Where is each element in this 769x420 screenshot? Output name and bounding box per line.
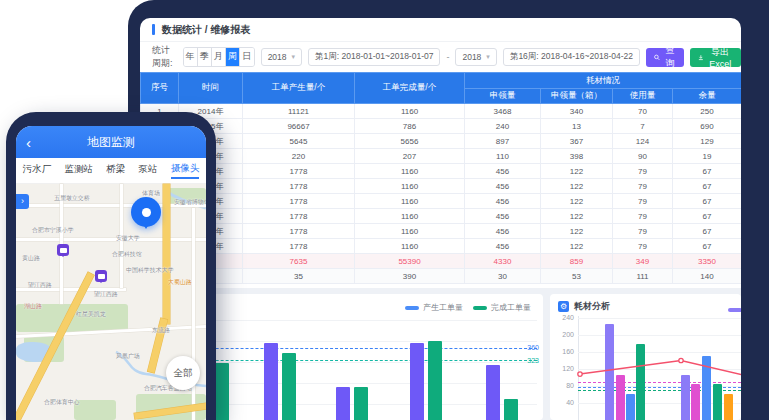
table-row: 52018年177811604561227967 <box>141 164 742 179</box>
table-cell: 456 <box>465 194 541 209</box>
map-road <box>192 208 195 420</box>
col-header-seq: 序号 <box>141 73 179 104</box>
table-cell: 897 <box>465 134 541 149</box>
table-row: 12014年111211160346834070250 <box>141 104 742 119</box>
col-header-consumables-group: 耗材情况 <box>465 73 742 89</box>
map-all-button[interactable]: 全部 <box>166 356 200 390</box>
table-row: 72020年177811604561227967 <box>141 194 742 209</box>
table-cell: 110 <box>465 149 541 164</box>
table-cell: 690 <box>673 119 742 134</box>
phone-header: ‹ 地图监测 <box>16 126 206 158</box>
range-start-value: 第1周: 2018-01-01~2018-01-07 <box>315 51 433 63</box>
map-view[interactable]: › 全部 五里墩立交桥体育场安徽省博物馆合肥市宁溪小学安徽大学合肥科技馆黄山路中… <box>16 184 206 420</box>
table-row: 92022年177811604561227967 <box>141 224 742 239</box>
table-row: 102023年177811604561227967 <box>141 239 742 254</box>
export-excel-button[interactable]: 导出Excel <box>690 48 741 67</box>
camera-marker[interactable] <box>95 270 107 282</box>
year-end-value: 2018 <box>462 52 481 62</box>
table-cell: 3350 <box>673 254 742 269</box>
table-cell: 5656 <box>355 134 465 149</box>
chart-bar <box>428 341 442 420</box>
chart-bar <box>215 363 229 420</box>
range-end-input[interactable]: 第16周: 2018-04-16~2018-04-22 <box>503 48 640 66</box>
table-cell: 55390 <box>355 254 465 269</box>
phone-tab[interactable]: 污水厂 <box>23 163 52 178</box>
report-table-head: 序号 时间 工单产生量/个 工单完成量/个 耗材情况 申领量 申领量（箱） 使用… <box>141 73 742 104</box>
phone-tab[interactable]: 监测站 <box>64 163 93 178</box>
map-label: 凤凰广场 <box>116 352 140 361</box>
phone-screen: ‹ 地图监测 污水厂监测站桥梁泵站摄像头 <box>16 126 206 420</box>
table-cell: 456 <box>465 224 541 239</box>
table-cell: 30 <box>465 269 541 284</box>
query-button-label: 查询 <box>664 44 676 70</box>
chart-bar <box>264 343 278 420</box>
table-cell: 7635 <box>243 254 355 269</box>
col-header-sub-2: 使用量 <box>613 89 673 104</box>
phone-tab[interactable]: 摄像头 <box>171 162 200 179</box>
table-cell: 786 <box>355 119 465 134</box>
table-cell: 90 <box>613 149 673 164</box>
period-option[interactable]: 月 <box>212 48 226 66</box>
legend-swatch-completed <box>473 306 487 310</box>
chart-bar <box>336 387 350 420</box>
map-label: 望江西路 <box>28 281 52 290</box>
year-end-select[interactable]: 2018 ▾ <box>455 48 496 66</box>
chart-bar <box>410 343 424 420</box>
table-cell: 129 <box>673 134 742 149</box>
table-cell: 122 <box>541 209 613 224</box>
col-header-created: 工单产生量/个 <box>243 73 355 104</box>
table-cell: 240 <box>465 119 541 134</box>
legend-label-created: 产生工单量 <box>423 302 463 313</box>
table-cell: 122 <box>541 164 613 179</box>
map-label: 望江西路 <box>94 290 118 299</box>
table-cell: 1778 <box>243 164 355 179</box>
table-cell: 7 <box>613 119 673 134</box>
period-option[interactable]: 日 <box>240 48 254 66</box>
ref-label-323: 323 <box>527 357 539 364</box>
legend-item-completed[interactable]: 完成工单量 <box>473 302 531 313</box>
col-header-completed: 工单完成量/个 <box>355 73 465 104</box>
table-cell: 349 <box>613 254 673 269</box>
table-cell: 122 <box>541 194 613 209</box>
phone-tab[interactable]: 泵站 <box>139 163 158 178</box>
map-expand-button[interactable]: › <box>16 194 29 209</box>
table-cell: 122 <box>541 179 613 194</box>
table-cell: 1160 <box>355 224 465 239</box>
consumables-chart-card: ⚙ 耗材分析 申领量 2402001601208040 <box>550 294 741 420</box>
selected-camera-pin[interactable] <box>131 197 161 227</box>
table-cell: 367 <box>541 134 613 149</box>
map-label: 黄山路 <box>22 254 40 263</box>
screenshot-stage: 数据统计 / 维修报表 统计周期: 年季月周日 2018 ▾ 第1周: 2018… <box>0 0 769 420</box>
table-cell: 1778 <box>243 194 355 209</box>
legend-label-completed: 完成工单量 <box>491 302 531 313</box>
table-cell: 1160 <box>355 194 465 209</box>
map-main-road <box>163 184 170 324</box>
table-cell: 250 <box>673 104 742 119</box>
table-row: 42017年2202071103989019 <box>141 149 742 164</box>
table-cell: 456 <box>465 164 541 179</box>
phone-tab[interactable]: 桥梁 <box>106 163 125 178</box>
table-cell: 1778 <box>243 209 355 224</box>
table-cell: 35 <box>243 269 355 284</box>
table-cell: 207 <box>355 149 465 164</box>
period-option[interactable]: 季 <box>198 48 212 66</box>
camera-marker[interactable] <box>57 244 69 256</box>
legend-item-created[interactable]: 产生工单量 <box>405 302 463 313</box>
table-cell: 79 <box>613 164 673 179</box>
chart-bar <box>354 387 368 420</box>
chart-bar <box>504 399 518 420</box>
charts-section: 产生工单量 完成工单量 360 323 ⚙ 耗材分析 <box>140 288 741 420</box>
map-label: 东流路 <box>152 326 170 335</box>
workorder-chart-legend: 产生工单量 完成工单量 <box>405 302 531 313</box>
year-start-select[interactable]: 2018 ▾ <box>261 48 302 66</box>
report-table-body: 12014年11121116034683407025022015年9666778… <box>141 104 742 284</box>
col-header-sub-1: 申领量（箱） <box>541 89 613 104</box>
range-start-input[interactable]: 第1周: 2018-01-01~2018-01-07 <box>308 48 440 66</box>
period-option[interactable]: 年 <box>184 48 198 66</box>
table-cell: 124 <box>613 134 673 149</box>
period-option[interactable]: 周 <box>226 48 240 66</box>
desktop-frame: 数据统计 / 维修报表 统计周期: 年季月周日 2018 ▾ 第1周: 2018… <box>128 0 769 420</box>
query-button[interactable]: 查询 <box>646 48 684 67</box>
breadcrumb-text: 数据统计 / 维修报表 <box>162 23 250 37</box>
back-chevron-icon[interactable]: ‹ <box>26 135 31 150</box>
